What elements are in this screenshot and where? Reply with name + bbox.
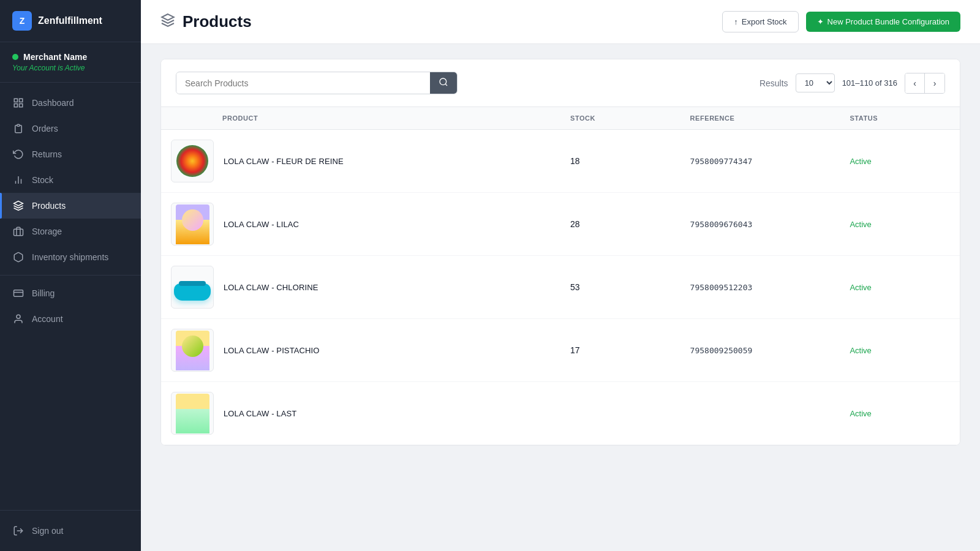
product-stock: 53	[570, 282, 580, 292]
svg-point-11	[17, 315, 20, 318]
sidebar-item-storage[interactable]: Storage	[0, 219, 141, 244]
product-status: Active	[850, 346, 871, 355]
logo-initial: Z	[20, 16, 25, 26]
results-label: Results	[760, 78, 788, 88]
search-input[interactable]	[176, 73, 430, 94]
sidebar-item-account[interactable]: Account	[0, 306, 141, 332]
product-image	[171, 266, 214, 309]
svg-marker-13	[162, 14, 174, 20]
content-area: Results 10 25 50 100 101–110 of 316 ‹ ›	[141, 44, 980, 551]
active-dot	[12, 54, 18, 60]
sidebar-label-stock: Stock	[32, 175, 53, 185]
sidebar-item-returns[interactable]: Returns	[0, 141, 141, 167]
product-status: Active	[850, 220, 871, 229]
products-tbody: LOLA CLAW - FLEUR DE REINE 18 7958009774…	[161, 130, 960, 445]
search-pagination-bar: Results 10 25 50 100 101–110 of 316 ‹ ›	[161, 59, 960, 107]
bundle-icon: ✦	[817, 17, 824, 26]
sidebar-label-account: Account	[32, 314, 63, 324]
billing-icon	[12, 287, 24, 299]
product-image	[171, 329, 214, 372]
next-page-button[interactable]: ›	[925, 73, 944, 93]
svg-rect-2	[14, 104, 17, 107]
product-reference: 7958009774347	[690, 157, 753, 166]
product-name: LOLA CLAW - LAST	[224, 409, 296, 418]
search-box	[176, 72, 458, 94]
sidebar-item-dashboard[interactable]: Dashboard	[0, 90, 141, 116]
sidebar-label-dashboard: Dashboard	[32, 98, 74, 108]
svg-rect-8	[14, 229, 23, 236]
product-image	[171, 203, 214, 246]
search-button[interactable]	[430, 72, 457, 94]
logo-area: Z Zenfulfillment	[0, 0, 141, 42]
sidebar-label-storage: Storage	[32, 227, 62, 236]
sidebar-item-products[interactable]: Products	[0, 193, 141, 219]
svg-rect-1	[20, 99, 23, 102]
sidebar-label-products: Products	[32, 201, 66, 211]
logo-icon: Z	[12, 11, 32, 31]
pagination-controls: Results 10 25 50 100 101–110 of 316 ‹ ›	[760, 73, 945, 94]
account-icon	[12, 313, 24, 325]
merchant-name-row: Merchant Name	[12, 52, 129, 62]
per-page-select[interactable]: 10 25 50 100	[796, 73, 835, 92]
storage-icon	[12, 225, 24, 238]
returns-icon	[12, 148, 24, 160]
sidebar-label-billing: Billing	[32, 288, 55, 298]
product-stock: 18	[570, 156, 580, 166]
page-title: Products	[183, 12, 252, 31]
prev-page-button[interactable]: ‹	[905, 73, 925, 93]
dashboard-icon	[12, 97, 24, 109]
svg-rect-9	[14, 290, 23, 297]
sidebar-item-orders[interactable]: Orders	[0, 116, 141, 141]
product-status: Active	[850, 283, 871, 292]
inventory-icon	[12, 251, 24, 263]
sidebar-label-inventory: Inventory shipments	[32, 252, 108, 262]
product-name: LOLA CLAW - PISTACHIO	[224, 346, 320, 355]
table-row[interactable]: LOLA CLAW - LILAC 28 7958009676043 Activ…	[161, 193, 960, 256]
export-icon: ↑	[734, 17, 738, 26]
search-icon	[439, 77, 448, 89]
table-row[interactable]: LOLA CLAW - PISTACHIO 17 7958009250059 A…	[161, 319, 960, 382]
svg-rect-0	[14, 99, 17, 102]
col-product: PRODUCT	[161, 107, 560, 130]
table-header: PRODUCT STOCK REFERENCE STATUS	[161, 107, 960, 130]
new-bundle-button[interactable]: ✦ New Product Bundle Configuration	[806, 12, 960, 32]
sidebar-item-stock[interactable]: Stock	[0, 167, 141, 193]
signout-icon	[12, 525, 24, 537]
stock-icon	[12, 174, 24, 186]
table-row[interactable]: LOLA CLAW - FLEUR DE REINE 18 7958009774…	[161, 130, 960, 193]
merchant-name: Merchant Name	[23, 52, 87, 62]
pagination-nav: ‹ ›	[905, 73, 945, 94]
sign-out-label: Sign out	[32, 526, 63, 536]
product-name: LOLA CLAW - FLEUR DE REINE	[224, 157, 344, 166]
sidebar-label-returns: Returns	[32, 149, 62, 159]
product-name: LOLA CLAW - LILAC	[224, 220, 299, 229]
svg-line-15	[445, 84, 447, 86]
svg-marker-7	[14, 201, 23, 206]
products-card: Results 10 25 50 100 101–110 of 316 ‹ ›	[160, 59, 960, 446]
page-title-row: Products	[160, 12, 252, 31]
table-row[interactable]: LOLA CLAW - LAST Active	[161, 382, 960, 445]
nav-section: Dashboard Orders Returns Stock Pr	[0, 83, 141, 510]
table-row[interactable]: LOLA CLAW - CHLORINE 53 7958009512203 Ac…	[161, 256, 960, 319]
sidebar-label-orders: Orders	[32, 124, 58, 133]
svg-rect-3	[20, 104, 23, 107]
orders-icon	[12, 122, 24, 135]
svg-point-14	[440, 78, 447, 85]
merchant-status: Your Account is Active	[12, 64, 129, 72]
product-reference: 7958009512203	[690, 283, 753, 292]
sidebar-item-billing[interactable]: Billing	[0, 280, 141, 306]
merchant-section: Merchant Name Your Account is Active	[0, 42, 141, 83]
page-header: Products ↑ Export Stock ✦ New Product Bu…	[141, 0, 980, 44]
sidebar: Z Zenfulfillment Merchant Name Your Acco…	[0, 0, 141, 551]
sidebar-item-inventory[interactable]: Inventory shipments	[0, 244, 141, 270]
export-stock-button[interactable]: ↑ Export Stock	[722, 11, 798, 32]
products-page-icon	[160, 13, 175, 31]
header-actions: ↑ Export Stock ✦ New Product Bundle Conf…	[722, 11, 960, 32]
logo-text: Zenfulfillment	[38, 15, 102, 26]
product-status: Active	[850, 157, 871, 166]
product-image	[171, 392, 214, 435]
col-status: STATUS	[840, 107, 960, 130]
col-stock: STOCK	[560, 107, 680, 130]
sign-out-button[interactable]: Sign out	[0, 518, 141, 544]
products-icon	[12, 200, 24, 212]
